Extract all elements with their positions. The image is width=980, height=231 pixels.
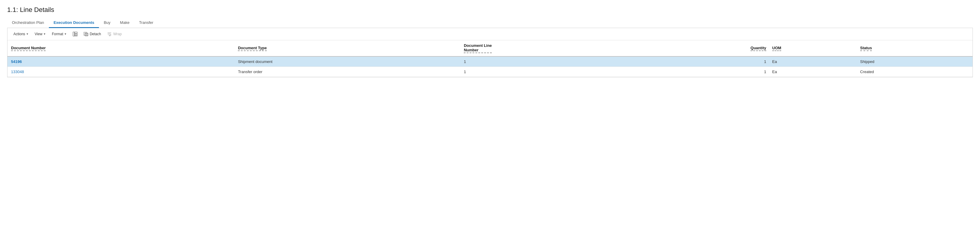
execution-documents-table: Document Number Document Type Document L… [8, 40, 972, 77]
cell-quantity: 1 [651, 67, 769, 77]
actions-chevron-icon: ▼ [26, 32, 29, 35]
detach-label: Detach [90, 32, 101, 36]
svg-rect-0 [73, 32, 75, 36]
cell-doc-line-number: 1 [460, 67, 651, 77]
svg-rect-2 [75, 34, 77, 35]
format-chevron-icon: ▼ [64, 32, 67, 35]
table-header-row: Document Number Document Type Document L… [8, 40, 972, 56]
wrap-icon [107, 32, 112, 37]
cell-status: Shipped [857, 56, 972, 67]
actions-label: Actions [13, 32, 25, 36]
cell-doc-type: Shipment document [234, 56, 460, 67]
cell-doc-number[interactable]: 54196 [8, 56, 234, 67]
col-header-uom: UOM [769, 40, 857, 56]
freeze-columns-button[interactable] [70, 30, 80, 38]
col-header-doc-line-number: Document LineNumber [460, 40, 651, 56]
format-button[interactable]: Format ▼ [49, 31, 69, 37]
col-header-doc-number: Document Number [8, 40, 234, 56]
doc-number-link[interactable]: 133048 [11, 69, 24, 74]
detach-icon [83, 32, 88, 37]
cell-uom: Ea [769, 67, 857, 77]
col-header-quantity: Quantity [651, 40, 769, 56]
tab-orchestration-plan[interactable]: Orchestration Plan [7, 18, 49, 28]
toolbar: Actions ▼ View ▼ Format ▼ [8, 28, 972, 40]
svg-rect-1 [75, 32, 77, 34]
wrap-button[interactable]: Wrap [105, 30, 124, 38]
content-panel: Actions ▼ View ▼ Format ▼ [7, 28, 973, 77]
cell-status: Created [857, 67, 972, 77]
cell-doc-number[interactable]: 133048 [8, 67, 234, 77]
freeze-columns-icon [73, 32, 78, 37]
format-label: Format [52, 32, 63, 36]
page-title: 1.1: Line Details [7, 6, 973, 14]
wrap-label: Wrap [113, 32, 122, 36]
doc-number-link[interactable]: 54196 [11, 59, 22, 64]
actions-button[interactable]: Actions ▼ [11, 31, 31, 37]
cell-uom: Ea [769, 56, 857, 67]
view-chevron-icon: ▼ [43, 32, 46, 35]
view-label: View [35, 32, 42, 36]
detach-button[interactable]: Detach [81, 30, 103, 38]
col-header-doc-type: Document Type [234, 40, 460, 56]
table-row[interactable]: 133048 Transfer order 1 1 Ea Created [8, 67, 972, 77]
tab-buy[interactable]: Buy [99, 18, 115, 28]
col-header-status: Status [857, 40, 972, 56]
tab-make[interactable]: Make [115, 18, 134, 28]
tab-bar: Orchestration Plan Execution Documents B… [7, 18, 973, 28]
view-button[interactable]: View ▼ [32, 31, 48, 37]
tab-transfer[interactable]: Transfer [134, 18, 158, 28]
cell-doc-line-number: 1 [460, 56, 651, 67]
table-row[interactable]: 54196 Shipment document 1 1 Ea Shipped [8, 56, 972, 67]
svg-rect-3 [75, 35, 77, 36]
cell-quantity: 1 [651, 56, 769, 67]
tab-execution-documents[interactable]: Execution Documents [49, 18, 99, 28]
cell-doc-type: Transfer order [234, 67, 460, 77]
svg-rect-5 [85, 33, 88, 36]
